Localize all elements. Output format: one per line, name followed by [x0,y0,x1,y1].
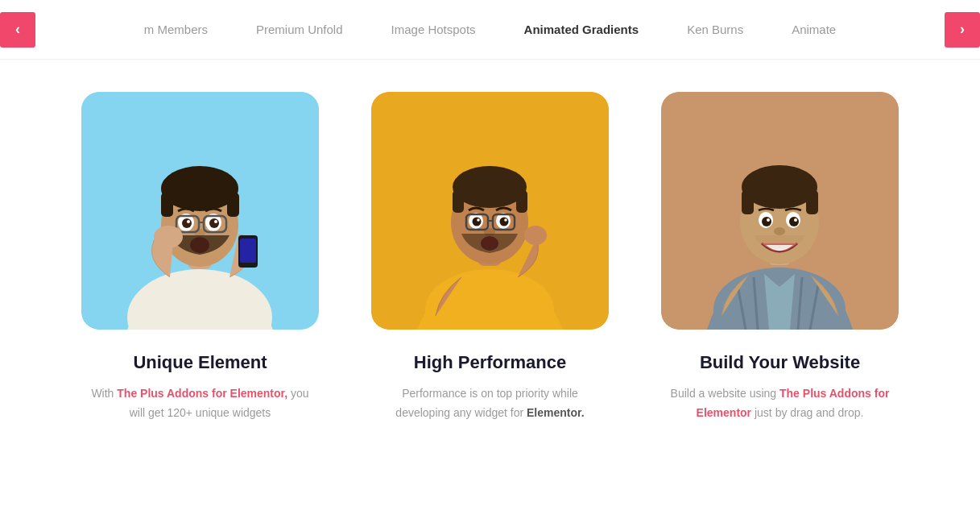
svg-point-49 [762,217,771,226]
nav-item-animated-gradients[interactable]: Animated Gradients [524,16,639,43]
card-high-performance: High Performance Performance is on top p… [362,92,619,423]
svg-rect-27 [516,190,527,213]
card-desc-1: With The Plus Addons for Elementor, you … [88,384,313,423]
card-title-3: Build Your Website [700,352,860,373]
card-desc-3: Build a website using The Plus Addons fo… [668,384,893,423]
svg-point-39 [524,226,547,245]
svg-point-33 [504,218,507,222]
nav-items: m Members Premium Unfold Image Hotspots … [144,16,836,43]
svg-rect-45 [742,190,754,214]
card-desc-highlight-1: The Plus Addons for Elementor, [117,387,287,400]
svg-point-52 [794,218,797,222]
card-image-wrapper-3 [661,92,899,330]
svg-point-9 [182,218,192,228]
card-image-wrapper-1 [81,92,319,330]
nav-item-premium-unfold[interactable]: Premium Unfold [256,16,343,43]
svg-point-51 [767,218,770,222]
card-desc-highlight-3: The Plus Addons for Elementor [697,387,890,419]
card-image-3 [661,92,899,330]
svg-point-10 [209,218,219,228]
nav-prev-button[interactable]: ‹ [0,12,35,48]
svg-point-53 [774,227,785,235]
card-title-1: Unique Element [133,352,267,373]
svg-rect-26 [453,190,464,213]
card-desc-bold-2: Elementor. [527,406,585,419]
nav-item-animate[interactable]: Animate [792,16,836,43]
svg-rect-46 [806,190,818,214]
card-desc-2: Performance is on top priority while dev… [378,384,603,423]
svg-point-18 [154,226,183,248]
card-image-wrapper-2 [371,92,609,330]
card-image-1 [81,92,319,330]
nav-next-button[interactable]: › [945,12,980,48]
card-image-2 [371,92,609,330]
nav-item-ken-burns[interactable]: Ken Burns [687,16,743,43]
svg-point-31 [500,218,509,226]
card-build-website: Build Your Website Build a website using… [651,92,909,423]
svg-rect-6 [227,193,239,217]
nav-item-image-hotspots[interactable]: Image Hotspots [391,16,476,43]
nav-bar: ‹ m Members Premium Unfold Image Hotspot… [0,0,980,60]
svg-point-50 [789,217,799,226]
svg-point-12 [214,220,217,223]
svg-rect-20 [240,239,256,263]
card-title-2: High Performance [414,352,567,373]
card-unique-element: Unique Element With The Plus Addons for … [72,92,329,423]
svg-point-11 [187,220,190,223]
cards-section: Unique Element With The Plus Addons for … [0,92,980,423]
svg-rect-5 [161,193,173,217]
svg-point-30 [473,218,482,226]
nav-item-team-members[interactable]: m Members [144,16,208,43]
svg-point-32 [477,218,480,222]
